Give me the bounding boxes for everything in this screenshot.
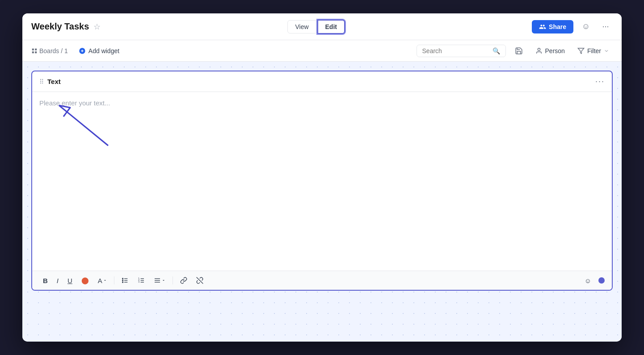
toolbar: Boards / 1 Add widget 🔍 Person Filter — [22, 40, 622, 62]
app-window: Weekly Tasks ☆ View Edit Share ☺ ··· Boa… — [22, 13, 622, 342]
widget-title: Text — [47, 78, 61, 85]
add-widget-button[interactable]: Add widget — [75, 46, 123, 56]
unlink-button[interactable] — [193, 275, 207, 286]
filter-icon — [577, 47, 585, 54]
save-btn-icon — [515, 47, 523, 55]
svg-line-9 — [59, 105, 108, 146]
unlink-icon — [196, 277, 203, 284]
svg-rect-3 — [35, 51, 37, 53]
breadcrumb[interactable]: Boards / 1 — [31, 47, 68, 54]
share-icon — [539, 23, 546, 30]
text-widget: ⠿ Text ··· Please enter your text... — [31, 71, 613, 291]
resize-handle[interactable] — [598, 277, 605, 284]
share-button[interactable]: Share — [532, 20, 573, 33]
widget-title-group: ⠿ Text — [39, 78, 61, 85]
header-center: View Edit — [287, 20, 345, 34]
svg-rect-1 — [35, 48, 37, 50]
emoji-icon[interactable]: ☺ — [579, 20, 593, 34]
svg-text:3.: 3. — [138, 281, 140, 283]
add-icon — [79, 47, 86, 54]
star-icon[interactable]: ☆ — [93, 22, 101, 32]
italic-button[interactable]: I — [53, 275, 62, 286]
chevron-down-align-icon — [162, 279, 165, 282]
widget-more-options-button[interactable]: ··· — [595, 77, 605, 86]
svg-point-13 — [122, 278, 123, 279]
bullet-list-icon — [122, 277, 129, 284]
search-box[interactable]: 🔍 — [417, 45, 506, 57]
link-icon — [180, 277, 187, 284]
align-button[interactable] — [150, 275, 169, 286]
header-left: Weekly Tasks ☆ — [31, 21, 101, 32]
svg-point-14 — [122, 280, 123, 281]
svg-rect-0 — [32, 48, 34, 50]
svg-marker-8 — [578, 48, 584, 54]
svg-rect-2 — [32, 51, 34, 53]
svg-point-7 — [538, 48, 540, 50]
svg-point-15 — [122, 282, 123, 283]
main-content: ⠿ Text ··· Please enter your text... — [22, 62, 622, 342]
chevron-down-small-icon — [103, 279, 107, 282]
align-icon — [154, 277, 161, 284]
header: Weekly Tasks ☆ View Edit Share ☺ ··· — [22, 13, 622, 40]
bold-button[interactable]: B — [39, 275, 51, 286]
toolbar-right: 🔍 Person Filter — [417, 45, 613, 57]
bullet-list-button[interactable] — [118, 275, 132, 286]
format-separator-1 — [114, 276, 114, 284]
board-icon — [31, 48, 38, 54]
editor-placeholder: Please enter your text... — [39, 99, 110, 107]
filter-button[interactable]: Filter — [574, 46, 613, 56]
numbered-list-button[interactable]: 1.2.3. — [134, 275, 148, 286]
font-size-button[interactable]: A — [94, 275, 110, 286]
page-title: Weekly Tasks — [31, 21, 89, 32]
search-icon: 🔍 — [492, 47, 500, 54]
view-button[interactable]: View — [287, 20, 316, 33]
widget-body[interactable]: Please enter your text... — [32, 92, 612, 271]
person-filter[interactable]: Person — [532, 46, 568, 56]
search-input[interactable] — [422, 47, 489, 54]
widget-header: ⠿ Text ··· — [32, 71, 612, 92]
header-right: Share ☺ ··· — [532, 20, 613, 34]
format-toolbar: B I U ⬤ A 1.2.3. — [39, 275, 207, 286]
edit-button[interactable]: Edit — [317, 20, 345, 34]
chevron-down-icon — [604, 48, 609, 54]
more-options-icon[interactable]: ··· — [598, 20, 613, 34]
drag-handle-icon[interactable]: ⠿ — [39, 78, 44, 85]
color-button[interactable]: ⬤ — [78, 275, 93, 286]
save-icon[interactable] — [511, 45, 526, 57]
format-separator-2 — [173, 276, 173, 284]
footer-right: ☺ — [581, 275, 605, 286]
emoji-picker-button[interactable]: ☺ — [581, 275, 595, 286]
person-icon — [535, 47, 543, 54]
numbered-list-icon: 1.2.3. — [138, 277, 145, 284]
widget-footer: B I U ⬤ A 1.2.3. — [32, 271, 612, 290]
toolbar-left: Boards / 1 Add widget — [31, 46, 123, 56]
link-button[interactable] — [177, 275, 191, 286]
underline-button[interactable]: U — [64, 275, 76, 286]
